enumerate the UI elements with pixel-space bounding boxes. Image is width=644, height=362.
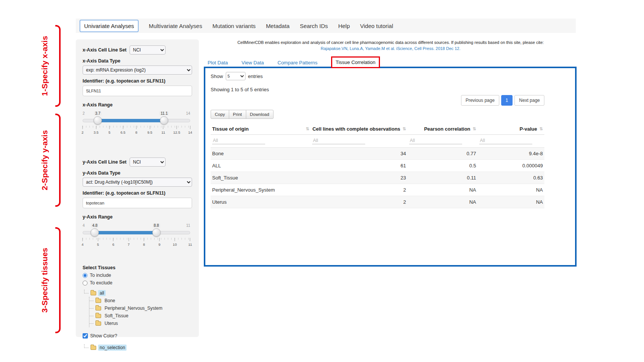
col-header-cell-lines: Cell lines with complete observations [313,126,400,132]
folder-icon [95,299,101,303]
filter-input-cell-lines[interactable] [312,137,365,144]
x-identifier-input[interactable] [83,86,192,96]
nav-tab-multivariate-analyses[interactable]: Multivariate Analyses [149,23,202,29]
next-page-button[interactable]: Next page [514,95,544,106]
y-range-max: 11 [186,223,190,228]
tree-connector [84,344,89,348]
tree-label-bone[interactable]: Bone [103,298,117,304]
folder-icon [95,306,101,311]
copy-button[interactable]: Copy [211,110,229,119]
nav-tab-mutation-variants[interactable]: Mutation variants [213,23,256,29]
table-row[interactable]: Bone 34 0.77 9.4e-8 [211,148,544,160]
filter-input-tissue[interactable] [212,137,265,144]
tree-label-peripheral-nervous-system[interactable]: Peripheral_Nervous_System [103,305,164,311]
y-cell-line-set-select[interactable]: NCI [130,158,166,167]
table-row[interactable]: Peripheral_Nervous_System 2 NA NA [211,184,544,196]
tab-compare-patterns[interactable]: Compare Patterns [278,60,318,66]
show-color-label: Show Color? [90,333,117,339]
tree-node-all[interactable]: all [84,289,192,297]
y-range-handle-high[interactable] [152,228,161,237]
x-range-bar [98,119,164,122]
y-identifier-input[interactable] [83,198,192,208]
page-1-button[interactable]: 1 [501,95,513,106]
citation-text: CellMinerCDB enables exploration and ana… [205,40,577,45]
table-row[interactable]: Uterus 2 NA NA [211,196,544,208]
tissue-tree: all Bone Peripheral_Nervous_System Soft_… [84,289,192,327]
settings-sidebar: x-Axis Cell Line Set NCI x-Axis Data Typ… [76,39,199,337]
include-label: To include [90,273,111,278]
print-button[interactable]: Print [229,110,246,119]
table-info: Showing 1 to 5 of 5 entries [211,87,544,92]
tissues-include-option[interactable]: To include [83,273,192,278]
previous-page-button[interactable]: Previous page [461,95,499,106]
exclude-label: To exclude [90,280,113,286]
x-range-from-label: 3.7 [94,111,102,115]
tree-connector [89,312,94,316]
folder-icon [91,291,96,295]
select-tissues-label: Select Tissues [83,265,192,270]
table-row[interactable]: ALL 61 0.5 0.000049 [211,160,544,172]
tab-plot-data[interactable]: Plot Data [208,60,228,66]
tree-label-soft-tissue[interactable]: Soft_Tissue [103,313,130,319]
folder-icon [95,314,101,318]
tree-connector [89,297,94,301]
x-identifier-label: Identifier: (e.g. topotecan or SLFN11) [83,78,192,84]
x-data-type-select[interactable]: exp: mRNA Expression (log2) [83,66,192,75]
tree-label-no-selection[interactable]: no_selection [98,345,127,351]
tree-label-uterus[interactable]: Uterus [103,320,119,326]
x-range-slider[interactable]: 2 14 3.7 11.1 2 3.5 5 6.5 8 9.5 11 12.5 … [83,117,190,141]
sort-icon[interactable]: ⇅ [539,126,543,131]
y-range-bar [95,231,156,234]
nav-tab-search-ids[interactable]: Search IDs [300,23,328,29]
y-range-to-label: 8.8 [153,223,160,228]
x-range-handle-low[interactable] [94,116,102,125]
y-range-slider[interactable]: 4 11 4.8 8.8 4 5 6 7 8 9 10 11 [83,229,190,253]
col-header-tissue: Tissue of origin [212,126,249,132]
y-range-label: y-Axis Range [83,214,192,220]
include-radio[interactable] [83,273,88,278]
tab-view-data[interactable]: View Data [241,60,264,66]
tree-node-peripheral-nervous-system[interactable]: Peripheral_Nervous_System [89,304,192,312]
sort-icon[interactable]: ⇅ [473,126,476,131]
nav-tab-univariate-analyses[interactable]: Univariate Analyses [80,20,139,32]
download-button[interactable]: Download [246,110,274,119]
citation-link[interactable]: Rajapakse.VN, Luna.A, Yamade.M et al. iS… [205,46,577,51]
tree-node-no-selection[interactable]: no_selection [84,344,192,351]
tree-node-soft-tissue[interactable]: Soft_Tissue [89,312,192,320]
table-filter-row [211,135,544,148]
filter-input-pearson[interactable] [409,137,462,144]
y-data-type-select[interactable]: act: Drug Activity (-log10[IC50M]) [83,178,192,187]
nav-tab-metadata[interactable]: Metadata [266,23,290,29]
x-cell-line-set-label: x-Axis Cell Line Set [83,47,127,53]
tree-node-uterus[interactable]: Uterus [89,320,192,327]
pagination: Previous page 1 Next page [211,95,544,106]
page-length-select[interactable]: 5 [226,72,245,80]
y-range-from-label: 4.8 [91,223,99,228]
sort-icon[interactable]: ⇅ [403,126,406,131]
show-color-checkbox[interactable] [83,333,88,339]
filter-input-pvalue[interactable] [479,137,532,144]
table-row[interactable]: Soft_Tissue 23 0.11 0.63 [211,172,544,184]
tree-node-bone[interactable]: Bone [89,297,192,304]
x-range-to-label: 11.1 [159,111,169,115]
y-range-handle-low[interactable] [91,228,99,237]
col-header-pvalue: P-value [520,126,537,132]
show-color-option[interactable]: Show Color? [83,333,192,339]
tree-label-all[interactable]: all [98,290,106,296]
y-range-grid: 4 5 6 7 8 9 10 11 [83,238,190,249]
show-label: Show [211,73,223,79]
x-range-grid: 2 3.5 5 6.5 8 9.5 11 12.5 14 [83,126,190,137]
annotation-step2: 2-Specify y-axis [40,130,49,190]
y-range-min: 4 [83,223,85,228]
nav-tab-help[interactable]: Help [338,23,350,29]
x-cell-line-set-select[interactable]: NCI [130,45,166,55]
selection-tree: no_selection [84,344,192,351]
nav-tab-video-tutorial[interactable]: Video tutorial [360,23,393,29]
main-nav: Univariate Analyses Multivariate Analyse… [76,19,576,33]
x-range-handle-high[interactable] [160,116,168,125]
sort-icon[interactable]: ⇅ [306,126,309,131]
tab-tissue-correlation[interactable]: Tissue Correlation [331,56,380,68]
exclude-radio[interactable] [83,281,88,286]
annotation-bracket-3 [55,227,61,333]
tissues-exclude-option[interactable]: To exclude [83,280,192,286]
